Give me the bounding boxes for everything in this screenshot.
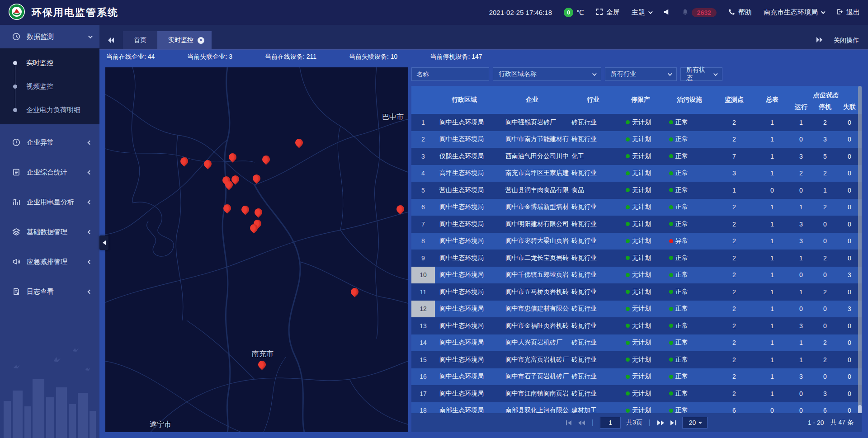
cell-region: 阆中生态环境局 [435,351,494,368]
cell-running: 0 [789,267,813,284]
table-row[interactable]: 15阆中生态环境局阆中市光富页岩机砖厂砖瓦行业无计划正常21120 [411,351,862,368]
sidebar-item-enterprise-abnormal[interactable]: 企业异常 [0,131,99,154]
row-index: 14 [411,334,435,352]
table-row[interactable]: 3仪陇生态环境局西南油气田分公司川中化工无计划正常71350 [411,148,862,165]
table-row[interactable]: 8阆中生态环境局阆中市枣碧大梁山页岩砖瓦行业无计划异常21300 [411,233,862,250]
table-row[interactable]: 16阆中生态环境局阆中市石子页岩机砖厂砖瓦行业无计划正常21300 [411,368,862,386]
cell-industry: 砖瓦行业 [571,334,616,352]
next-page-button[interactable] [657,420,665,426]
table-header: 行政区域 企业 行业 停限产 治污设施 监测点 总表 点位状态 运行 停机 失联 [411,86,862,114]
status-ok-dot [626,256,630,260]
industry-select[interactable]: 所有行业 [605,67,677,81]
table-row[interactable]: 2阆中生态环境局阆中市南方节能建材有砖瓦行业无计划正常21030 [411,131,862,148]
tab-close-icon[interactable]: ✕ [198,37,204,44]
stat-offline-enterprises: 当前失联企业: 3 [187,53,232,61]
col-region: 行政区域 [435,86,494,114]
tab-realtime-monitoring[interactable]: 实时监控 ✕ [157,31,212,49]
stats-bar: 当前在线企业: 44 当前失联企业: 3 当前在线设备: 211 当前失联设备:… [99,50,868,64]
cell-industry: 砖瓦行业 [571,267,616,284]
status-select[interactable]: 所有状态 [680,67,722,81]
content-area: 巴中市南充市遂宁市 行政区域名称 所有行业 [99,64,868,438]
first-page-button[interactable] [566,420,572,426]
cell-stopped: 0 [813,317,837,334]
cell-region: 阆中生态环境局 [435,114,494,131]
cell-total-meters: 1 [755,114,789,131]
cell-stopped: 2 [813,250,837,267]
status-error-dot [669,239,673,243]
sidebar-item-power-analysis[interactable]: 企业用电量分析 [0,190,99,214]
log-file-icon [12,287,21,296]
status-ok-dot [669,256,673,260]
page-number-input[interactable] [600,417,621,429]
cell-monitor-points: 2 [713,368,755,386]
status-ok-dot [626,222,630,226]
help-button[interactable]: 帮助 [728,8,752,17]
cell-company: 阆中强锐页岩砖厂 [494,114,571,131]
sidebar-item-log-view[interactable]: 日志查看 [0,280,99,303]
cell-stopped: 0 [813,216,837,233]
table-row[interactable]: 4高坪生态环境局南充市高坪区王家店建砖瓦行业无计划正常31220 [411,165,862,182]
page-size-select[interactable]: 20 [682,417,708,429]
table-row[interactable]: 5营山生态环境局营山县润丰肉食品有限食品无计划正常10010 [411,182,862,199]
status-ok-dot [669,324,673,328]
sidebar-item-data-monitoring[interactable]: 数据监测 [0,25,99,48]
sidebar-item-base-data[interactable]: 基础数据管理 [0,220,99,244]
cell-stopped: 2 [813,334,837,352]
table-row[interactable]: 12阆中生态环境局阆中市忠信建材有限公砖瓦行业无计划正常21003 [411,301,862,318]
status-ok-dot [669,188,673,192]
cell-pollution-facility: 正常 [665,267,713,284]
city-skyline-decoration [0,343,99,438]
table-row[interactable]: 14阆中生态环境局阆中大兴页岩机砖厂砖瓦行业无计划正常21120 [411,334,862,352]
chevron-down-icon [699,420,702,424]
status-ok-dot [669,205,673,209]
sidebar-item-enterprise-statistics[interactable]: 企业综合统计 [0,160,99,184]
col-pollution-facility: 治污设施 [665,86,713,114]
theme-dropdown[interactable]: 主题 [632,8,651,17]
stat-online-devices: 当前在线设备: 211 [265,53,316,61]
last-page-button[interactable] [670,420,677,426]
cell-monitor-points: 2 [713,233,755,250]
close-operations-button[interactable]: 关闭操作 [834,37,859,45]
cell-stopped: 5 [813,148,837,165]
notifications[interactable]: 2632 [682,8,717,17]
region-select[interactable]: 行政区域名称 [493,67,601,81]
name-search-input[interactable] [411,67,489,81]
megaphone-icon [12,258,21,266]
map-panel[interactable]: 巴中市南充市遂宁市 [105,67,408,432]
tab-home[interactable]: 首页 [123,31,157,49]
table-row[interactable]: 11阆中生态环境局阆中市五马桥页岩机砖砖瓦行业无计划正常21120 [411,283,862,301]
sidebar-item-power-load-detail[interactable]: 企业电力负荷明细 [0,98,99,122]
table-row[interactable]: 7阆中生态环境局阆中明阳建材有限公司砖瓦行业无计划正常21300 [411,216,862,233]
prev-page-button[interactable] [578,420,585,426]
chevron-down-icon [648,9,653,14]
logout-button[interactable]: 退出 [836,8,860,17]
table-row[interactable]: 17阆中生态环境局阆中市江南镇阆南页岩砖瓦行业无计划正常21030 [411,385,862,402]
mute-button[interactable] [663,9,670,17]
tabs-scroll-left-button[interactable] [99,31,123,49]
sidebar-item-video-monitoring[interactable]: 视频监控 [0,75,99,98]
map-roads [105,67,408,432]
map-city-label: 遂宁市 [150,420,171,429]
table-row[interactable]: 6阆中生态环境局阆中市金博瑞新型墙材砖瓦行业无计划正常21120 [411,199,862,216]
table-row[interactable]: 9阆中生态环境局阆中市二龙长宝页岩砖砖瓦行业无计划正常21120 [411,250,862,267]
pager-divider: | [592,419,594,427]
table-row[interactable]: 13阆中生态环境局阆中市金福旺页岩机砖砖瓦行业无计划正常21300 [411,317,862,334]
sidebar-item-emergency-reduction[interactable]: 应急减排管理 [0,250,99,273]
fullscreen-button[interactable]: 全屏 [596,8,620,17]
row-index: 7 [411,216,435,233]
gauge-icon [12,33,21,41]
table-row[interactable]: 10阆中生态环境局阆中千佛镇五郎垭页岩砖瓦行业无计划正常21003 [411,267,862,284]
tabs-scroll-right-button[interactable] [807,35,831,45]
sidebar-collapse-button[interactable] [99,235,108,250]
table-row[interactable]: 1阆中生态环境局阆中强锐页岩砖厂砖瓦行业无计划正常21120 [411,114,862,131]
table-row[interactable]: 18南部生态环境局南部县双化上河有限公建材加工无计划正常60060 [411,402,862,414]
row-index: 3 [411,148,435,165]
sidebar-item-realtime-monitoring[interactable]: 实时监控 [0,51,99,75]
col-production-limit: 停限产 [616,86,665,114]
cell-stopped: 0 [813,368,837,386]
cell-running: 0 [789,182,813,199]
cell-total-meters: 1 [755,368,789,386]
table-scrollbar[interactable] [858,86,862,432]
cell-region: 阆中生态环境局 [435,250,494,267]
user-org-dropdown[interactable]: 南充市生态环境局 [764,8,824,17]
